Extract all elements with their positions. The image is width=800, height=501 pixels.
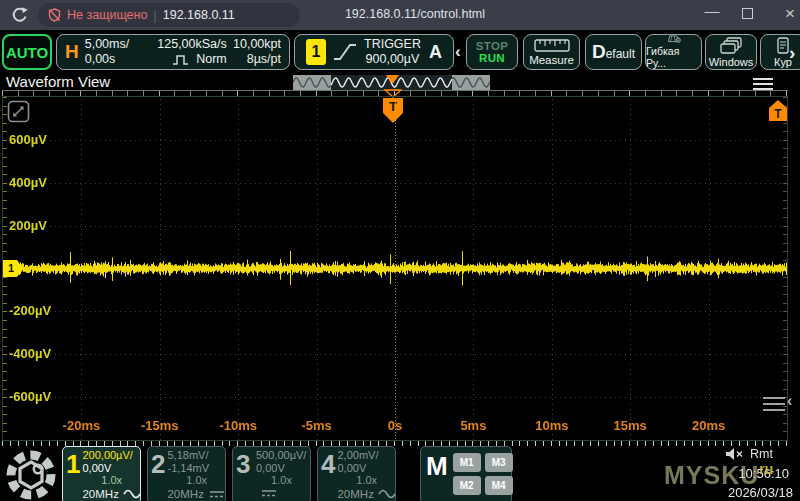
math-label: M: [426, 451, 448, 481]
flexible-probe-label: Гибкая Ру...: [646, 45, 701, 69]
channel-box-3[interactable]: 3500,00µV/0,00V1.0x: [232, 446, 311, 501]
channel-number: 3: [236, 449, 254, 501]
maximize-button[interactable]: [742, 8, 753, 19]
ruler-icon: [534, 39, 570, 52]
security-warning: Не защищено: [67, 8, 147, 22]
y-tick-label: -200µV: [9, 303, 51, 318]
remote-status: Rmt: [725, 447, 773, 461]
flexible-probe-button[interactable]: Гибкая Ру...: [645, 34, 702, 70]
y-tick-label: 200µV: [9, 218, 47, 233]
acquisition-mode: Norm: [196, 52, 227, 67]
channel-probe: 1.0x: [82, 474, 140, 487]
probe-map-gear-icon: [657, 35, 691, 43]
stacked-windows-icon: [719, 37, 743, 54]
math-button-m2[interactable]: M2: [453, 476, 481, 495]
oscilloscope-web-ui: Не защищено | 192.168.0.11 192.168.0.11/…: [0, 0, 800, 501]
windows-button[interactable]: Windows: [705, 34, 757, 70]
settings-gear-icon[interactable]: [2, 445, 60, 501]
acquisition-overview-strip[interactable]: [293, 75, 490, 90]
run-stop-button[interactable]: STOP RUN: [466, 34, 518, 70]
math-panel[interactable]: M M1M3M2M4: [420, 446, 512, 501]
windows-label: Windows: [709, 56, 754, 68]
clock: 10:56:10: [738, 466, 789, 481]
math-button-m1[interactable]: M1: [453, 453, 481, 472]
channel-bandwidth: 20MHz: [167, 488, 203, 501]
channel-offset: 0,00V: [82, 462, 140, 475]
math-buttons: M1M3M2M4: [453, 453, 513, 495]
ac-coupling-icon: [123, 489, 141, 499]
address-host: 192.168.0.11: [163, 8, 235, 22]
run-label: RUN: [479, 52, 505, 64]
memory-depth: 10,00kpt: [233, 37, 281, 52]
minimize-button[interactable]: —: [702, 2, 722, 19]
channel-bandwidth: 20MHz: [337, 488, 373, 501]
waveform-plot: 600µV400µV200µV-200µV-400µV-600µV -20ms-…: [2, 96, 788, 441]
date: 2026/03/18: [728, 485, 793, 500]
x-tick-label: -10ms: [219, 418, 257, 433]
channel-offset: 0,00V: [256, 462, 307, 475]
toolbar-scroll-right-icon[interactable]: ›: [789, 42, 795, 64]
results-panel-handle[interactable]: ‹: [763, 397, 795, 415]
speaker-muted-icon[interactable]: [725, 447, 745, 461]
reload-icon[interactable]: [10, 5, 30, 25]
x-tick-label: 20ms: [692, 418, 725, 433]
y-tick-label: -600µV: [9, 389, 51, 404]
channel-scale: 5,18mV/: [167, 449, 225, 462]
channel-probe: 1.0x: [337, 474, 395, 487]
channel-box-2[interactable]: 25,18mV/-1,14mV1.0x20MHz: [147, 446, 226, 501]
stop-label: STOP: [476, 40, 509, 52]
rising-edge-icon: [331, 40, 359, 64]
trigger-settings-panel[interactable]: 1 TRIGGER 900,00µV A: [294, 34, 454, 70]
y-tick-label: 400µV: [9, 175, 47, 190]
address-separator: |: [153, 8, 156, 23]
remote-label: Rmt: [750, 447, 773, 461]
x-tick-label: -20ms: [63, 418, 101, 433]
toolbar-scroll-left-icon[interactable]: ‹: [455, 42, 461, 62]
x-tick-label: 5ms: [460, 418, 486, 433]
measure-button[interactable]: Measure: [523, 34, 580, 70]
ac-coupling-icon: [378, 489, 396, 499]
address-bar[interactable]: Не защищено | 192.168.0.11: [38, 3, 300, 27]
horizontal-settings-panel[interactable]: H 5,00ms/ 0,00s 125,00kSa/s Norm 10,00kp…: [56, 34, 290, 70]
channel-box-4[interactable]: 42,00mV/0,00V1.0x20MHz: [317, 446, 396, 501]
y-tick-label: 600µV: [9, 132, 47, 147]
dc-coupling-icon: [260, 488, 278, 498]
channel-scale: 200,00µV/: [82, 449, 140, 462]
trigger-level: 900,00µV: [364, 52, 421, 67]
channel-offset: 0,00V: [337, 462, 395, 475]
x-tick-label: 10ms: [535, 418, 568, 433]
panel-collapse-chevron-icon: ‹: [787, 392, 792, 410]
default-label-rest: efault: [606, 47, 635, 61]
horizontal-key: H: [65, 41, 79, 63]
math-button-m4[interactable]: M4: [485, 476, 513, 495]
view-title: Waveform View: [6, 73, 110, 90]
auto-button[interactable]: AUTO: [2, 34, 52, 70]
dc-coupling-icon: [208, 489, 226, 499]
default-button[interactable]: Default: [585, 34, 642, 70]
not-secure-shield-icon: [48, 8, 61, 22]
channel-probe: 1.0x: [256, 474, 307, 487]
measure-label: Measure: [529, 54, 574, 66]
sample-rate: 125,00kSa/s: [151, 37, 227, 52]
page-title: 192.168.0.11/control.html: [285, 7, 545, 21]
trigger-title: TRIGGER: [364, 37, 421, 52]
y-tick-label: -400µV: [9, 346, 51, 361]
channel-bandwidth: 20MHz: [82, 488, 118, 501]
pulse-icon: [172, 54, 192, 66]
default-label-initial: D: [592, 41, 606, 62]
trigger-mode-letter: A: [429, 42, 442, 63]
plot-canvas[interactable]: [3, 97, 787, 440]
close-button[interactable]: ×: [780, 4, 800, 24]
browser-titlebar: Не защищено | 192.168.0.11 192.168.0.11/…: [0, 0, 800, 30]
expand-view-icon[interactable]: [7, 100, 30, 123]
channel-number: 2: [151, 449, 165, 501]
channel-offset: -1,14mV: [167, 462, 225, 475]
timebase-position: 0,00s: [85, 52, 145, 67]
channel-box-1[interactable]: 1200,00µV/0,00V1.0x20MHz: [62, 446, 141, 501]
math-button-m3[interactable]: M3: [485, 453, 513, 472]
channel-status-bar: 1200,00µV/0,00V1.0x20MHz25,18mV/-1,14mV1…: [62, 446, 396, 501]
trigger-source-badge: 1: [306, 39, 326, 65]
x-tick-label: -5ms: [301, 418, 331, 433]
channel-probe: 1.0x: [167, 474, 225, 487]
sample-resolution: 8µs/pt: [233, 52, 281, 67]
